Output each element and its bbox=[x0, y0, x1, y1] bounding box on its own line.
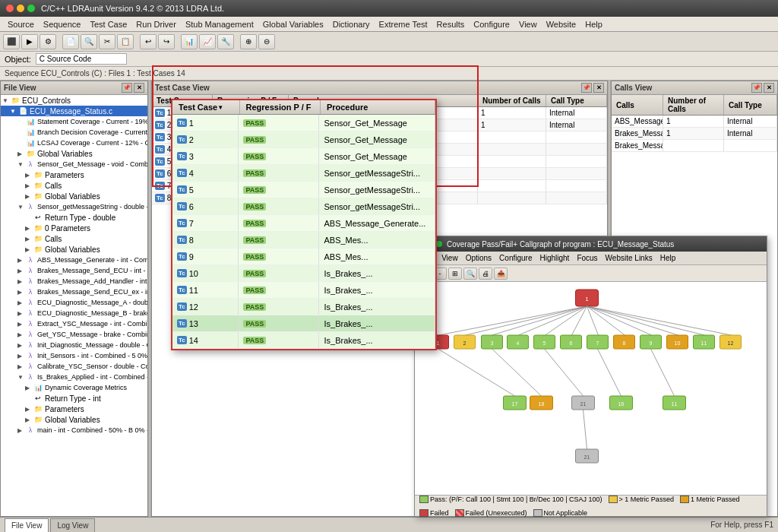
menu-test-case[interactable]: Test Case bbox=[85, 17, 131, 31]
menu-sequence[interactable]: Sequence bbox=[39, 17, 86, 31]
toolbar-btn-12[interactable]: 🔧 bbox=[217, 34, 234, 49]
toolbar-btn-4[interactable]: 📄 bbox=[62, 34, 79, 49]
cg-btn-fit[interactable]: ⊞ bbox=[448, 268, 462, 280]
toolbar-btn-3[interactable]: ⚙ bbox=[40, 34, 56, 49]
overlay-row[interactable]: Tc 1 PASS Sensor_Get_Message bbox=[172, 115, 435, 131]
tree-item-params-2[interactable]: ▶ 📁 Parameters bbox=[1, 404, 147, 414]
calls-view-controls[interactable]: 📌 ✕ bbox=[751, 83, 774, 93]
cg-btn-export[interactable]: 📤 bbox=[494, 268, 508, 280]
calls-view-pin[interactable]: 📌 bbox=[751, 83, 762, 93]
calls-view-close[interactable]: ✕ bbox=[764, 83, 774, 93]
toolbar-btn-8[interactable]: ↩ bbox=[140, 34, 157, 49]
menu-extreme-test[interactable]: Extreme Test bbox=[375, 17, 432, 31]
cg-maximize-button[interactable] bbox=[436, 241, 442, 247]
cg-menu-view[interactable]: View bbox=[438, 254, 462, 262]
overlay-row[interactable]: Tc 8 PASS ABS_Mes... bbox=[172, 232, 435, 249]
tree-item-branch-cov[interactable]: 📊 Branch Decision Coverage - Current -..… bbox=[1, 127, 147, 138]
window-controls[interactable] bbox=[6, 5, 35, 12]
cg-btn-search[interactable]: 🔍 bbox=[463, 268, 477, 280]
tree-item-sensor-get-msg[interactable]: ▼ λ Sensor_Get_Message - void - Combine.… bbox=[1, 159, 147, 169]
toolbar-btn-14[interactable]: ⊖ bbox=[258, 34, 275, 49]
toolbar-btn-6[interactable]: ✂ bbox=[99, 34, 115, 49]
file-view-close[interactable]: ✕ bbox=[134, 83, 144, 93]
overlay-row[interactable]: Tc 3 PASS Sensor_Get_Message bbox=[172, 148, 435, 165]
tree-item-extract-ysc[interactable]: ▶ λ Extract_YSC_Message - int - Combined… bbox=[1, 318, 147, 329]
tree-item-global-vars-3[interactable]: ▶ 📁 Global Variables bbox=[1, 244, 147, 255]
table-row[interactable]: ABS_Message_Ini... 1 Internal bbox=[612, 116, 777, 128]
tree-item-calibrate-ysc[interactable]: ▶ λ Calibrate_YSC_Sensor - double - Comb… bbox=[1, 361, 147, 372]
toolbar-btn-9[interactable]: ↪ bbox=[158, 34, 175, 49]
tree-item-params-1[interactable]: ▶ 📁 Parameters bbox=[1, 169, 147, 180]
tree-item-return-type-2[interactable]: ↩ Return Type - int bbox=[1, 393, 147, 404]
toolbar-btn-5[interactable]: 🔍 bbox=[81, 34, 97, 49]
tree-item-return-type-1[interactable]: ↩ Return Type - double bbox=[1, 212, 147, 223]
toolbar-btn-2[interactable]: ▶ bbox=[21, 34, 38, 49]
cg-btn-print[interactable]: 🖨 bbox=[479, 268, 492, 280]
tree-item-global-vars-2[interactable]: ▶ 📁 Global Variables bbox=[1, 191, 147, 201]
cg-menu-help[interactable]: Help bbox=[656, 254, 680, 262]
overlay-row[interactable]: Tc 2 PASS Sensor_Get_Message bbox=[172, 131, 435, 148]
tree-item-calls-1[interactable]: ▶ 📁 Calls bbox=[1, 180, 147, 191]
tree-item-abs-msg[interactable]: ▶ λ ABS_Message_Generate - int - Combi..… bbox=[1, 255, 147, 265]
overlay-row[interactable]: Tc 11 PASS Is_Brakes_... bbox=[172, 282, 435, 299]
overlay-row[interactable]: Tc 4 PASS Sensor_getMessageStri... bbox=[172, 165, 435, 182]
menu-view[interactable]: View bbox=[514, 17, 542, 31]
menu-configure[interactable]: Configure bbox=[469, 17, 514, 31]
file-view-pin[interactable]: 📌 bbox=[122, 83, 132, 93]
overlay-row[interactable]: Tc 6 PASS Sensor_getMessageStri... bbox=[172, 198, 435, 215]
cg-menu-website-links[interactable]: Website Links bbox=[602, 254, 656, 262]
maximize-button[interactable] bbox=[27, 5, 35, 12]
tree-item-sensor-get-msg-str[interactable]: ▼ λ Sensor_getMessageString - double - C… bbox=[1, 201, 147, 212]
tree-item-ecu-diag-a[interactable]: ▶ λ ECU_Diagnostic_Message_A - double -.… bbox=[1, 297, 147, 308]
overlay-col-regression[interactable]: Regression P / F bbox=[240, 100, 321, 114]
minimize-button[interactable] bbox=[17, 5, 24, 12]
table-row[interactable]: Brakes_Message... 1 Internal bbox=[612, 128, 777, 140]
toolbar-btn-13[interactable]: ⊕ bbox=[240, 34, 257, 49]
overlay-row[interactable]: Tc 7 PASS ABS_Message_Generate... bbox=[172, 215, 435, 232]
tree-item-main[interactable]: ▶ λ main - int - Combined - 50% - B 0% -… bbox=[1, 425, 147, 435]
cg-menu-options[interactable]: Options bbox=[462, 254, 495, 262]
tree-item-brakes-send-ex[interactable]: ▶ λ Brakes_Message_Send_ECU_ex - int -..… bbox=[1, 287, 147, 297]
tree-item-calls-2[interactable]: ▶ 📁 Calls bbox=[1, 233, 147, 244]
table-row[interactable]: Brakes_Message... bbox=[612, 140, 777, 152]
toolbar-btn-7[interactable]: 📋 bbox=[117, 34, 134, 49]
menu-run-driver[interactable]: Run Driver bbox=[131, 17, 181, 31]
toolbar-btn-11[interactable]: 📈 bbox=[199, 34, 216, 49]
menu-dictionary[interactable]: Dictionary bbox=[328, 17, 375, 31]
tree-item-dyn-cov[interactable]: ▶ 📊 Dynamic Coverage Metrics bbox=[1, 382, 147, 393]
toolbar-btn-1[interactable]: ⬛ bbox=[3, 34, 20, 49]
tree-item-global-vars-4[interactable]: ▶ 📁 Global Variables bbox=[1, 414, 147, 425]
col-header-num-calls-2[interactable]: Number of Calls bbox=[663, 95, 724, 115]
overlay-row[interactable]: Tc 10 PASS Is_Brakes_... bbox=[172, 265, 435, 282]
tree-item-lcsaj-cov[interactable]: 📊 LCSAJ Coverage - Current - 12% - Co... bbox=[1, 138, 147, 148]
tree-item-brakes-add-handler[interactable]: ▶ λ Brakes_Message_Add_Handler - int -..… bbox=[1, 276, 147, 287]
menu-results[interactable]: Results bbox=[432, 17, 470, 31]
tree-item-ecu-controls[interactable]: ▼ 📁 ECU_Controls bbox=[1, 95, 147, 106]
cg-menu-highlight[interactable]: Highlight bbox=[536, 254, 573, 262]
test-case-view-close[interactable]: ✕ bbox=[593, 83, 604, 93]
cg-menu-configure[interactable]: Configure bbox=[495, 254, 536, 262]
col-header-num-calls[interactable]: Number of Calls bbox=[478, 95, 546, 106]
col-header-call-type-2[interactable]: Call Type bbox=[724, 95, 777, 115]
tree-item-global-vars-1[interactable]: ▶ 📁 Global Variables bbox=[1, 148, 147, 159]
tree-item-init-sensors[interactable]: ▶ λ Init_Sensors - int - Combined - 5 0%… bbox=[1, 350, 147, 361]
tree-item-stmt-cov[interactable]: 📊 Statement Coverage - Current - 19% -..… bbox=[1, 116, 147, 127]
col-header-calls[interactable]: Calls bbox=[612, 95, 663, 115]
tree-item-0-params[interactable]: ▶ 📁 0 Parameters bbox=[1, 223, 147, 233]
col-header-call-type[interactable]: Call Type bbox=[546, 95, 607, 106]
tab-file-view[interactable]: File View bbox=[5, 518, 49, 532]
menu-source[interactable]: Source bbox=[3, 17, 39, 31]
menu-stub-management[interactable]: Stub Management bbox=[181, 17, 258, 31]
cg-menu-focus[interactable]: Focus bbox=[573, 254, 601, 262]
overlay-row[interactable]: Tc 5 PASS Sensor_getMessageStri... bbox=[172, 182, 435, 198]
overlay-row-selected[interactable]: Tc 13 PASS Is_Brakes_... bbox=[172, 315, 435, 332]
toolbar-btn-10[interactable]: 📊 bbox=[181, 34, 198, 49]
menu-help[interactable]: Help bbox=[580, 17, 607, 31]
overlay-row[interactable]: Tc 12 PASS Is_Brakes_... bbox=[172, 299, 435, 315]
file-view-controls[interactable]: 📌 ✕ bbox=[122, 83, 144, 93]
tree-item-get-ysc[interactable]: ▶ λ Get_YSC_Message - brake - Combined -… bbox=[1, 329, 147, 340]
overlay-row[interactable]: Tc 9 PASS ABS_Mes... bbox=[172, 249, 435, 265]
overlay-row[interactable]: Tc 14 PASS Is_Brakes_... bbox=[172, 332, 435, 349]
test-case-view-pin[interactable]: 📌 bbox=[581, 83, 592, 93]
tree-item-init-diag[interactable]: ▶ λ Init_Diagnostic_Message - double - C… bbox=[1, 340, 147, 350]
